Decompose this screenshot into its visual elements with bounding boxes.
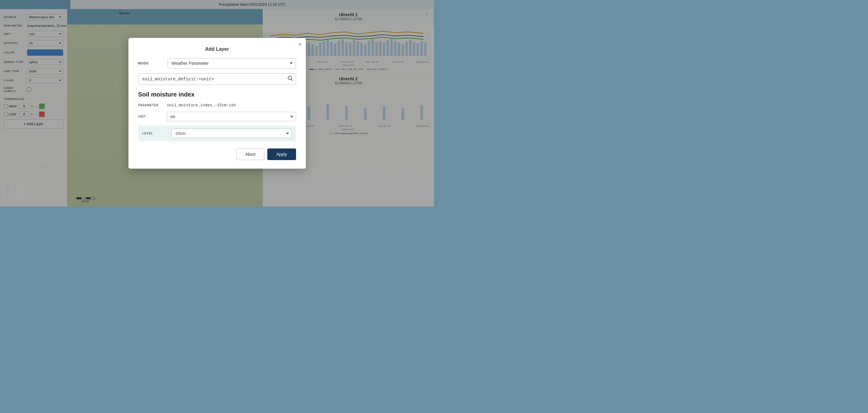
search-icon [287, 76, 293, 81]
level-row: LEVEL -15cm [138, 126, 296, 141]
unit-select[interactable]: idx [167, 112, 296, 121]
modal-title: Add Layer [138, 46, 296, 52]
result-section-title: Soil moisture index [138, 91, 296, 98]
modal-overlay: × Add Layer MODE Weather Parameter Soil … [0, 0, 434, 207]
mode-select[interactable]: Weather Parameter [167, 58, 296, 68]
result-parameter-row: PARAMETER soil_moisture_index_-15cm:idx [138, 103, 296, 107]
add-layer-modal: × Add Layer MODE Weather Parameter Soil … [128, 38, 306, 169]
result-parameter-label: PARAMETER [138, 104, 163, 107]
mode-row: MODE Weather Parameter [138, 58, 296, 68]
modal-close-button[interactable]: × [298, 41, 302, 47]
level-select[interactable]: -15cm [171, 129, 292, 138]
search-button[interactable] [287, 76, 293, 83]
modal-buttons: Abort Apply [138, 148, 296, 160]
level-label: LEVEL [143, 132, 167, 135]
abort-button[interactable]: Abort [237, 148, 264, 160]
result-parameter-value: soil_moisture_index_-15cm:idx [167, 103, 236, 107]
result-unit-row: UNIT idx [138, 112, 296, 121]
search-input[interactable] [138, 73, 296, 85]
apply-button[interactable]: Apply [267, 148, 296, 160]
svg-line-54 [291, 79, 292, 81]
result-unit-label: UNIT [138, 115, 163, 118]
search-wrapper [138, 73, 296, 85]
mode-label: MODE [138, 61, 163, 65]
